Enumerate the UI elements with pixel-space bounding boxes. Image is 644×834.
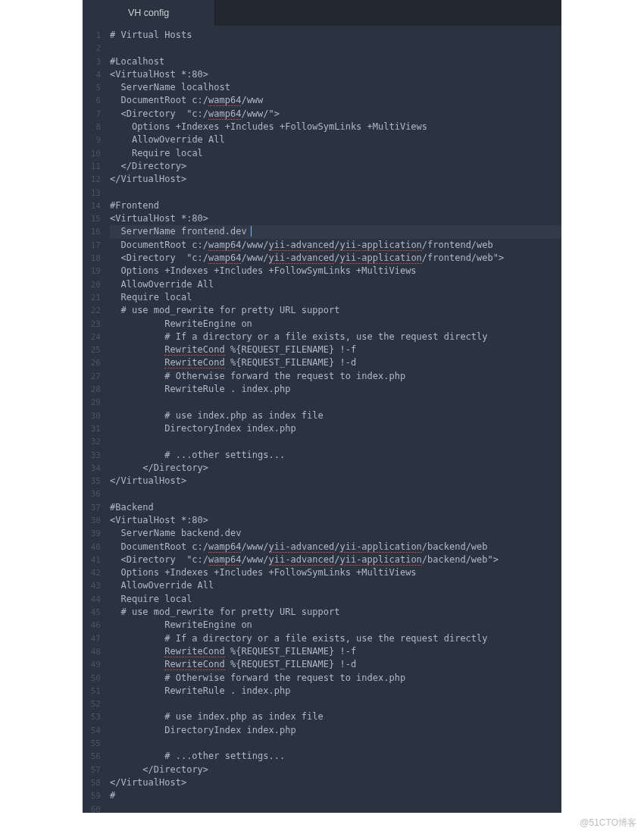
code-line[interactable] bbox=[110, 396, 561, 409]
line-number: 49 bbox=[83, 658, 101, 671]
line-number: 58 bbox=[83, 776, 101, 789]
code-line[interactable]: #Localhost bbox=[110, 55, 561, 68]
code-line[interactable]: ServerName frontend.dev bbox=[110, 225, 561, 238]
code-line[interactable]: Options +Indexes +Includes +FollowSymLin… bbox=[110, 121, 561, 133]
line-number-gutter: 1234567891011121314151617181920212223242… bbox=[83, 26, 105, 813]
code-line[interactable] bbox=[110, 737, 561, 750]
code-line[interactable]: RewriteCond %{REQUEST_FILENAME} !-d bbox=[110, 658, 561, 671]
code-line[interactable]: Require local bbox=[110, 147, 561, 160]
code-line[interactable] bbox=[110, 488, 561, 500]
line-number: 31 bbox=[83, 422, 101, 435]
spellcheck-underline: wamp64 bbox=[208, 240, 241, 250]
code-line[interactable]: <VirtualHost *:80> bbox=[110, 212, 561, 225]
code-line[interactable]: </Directory> bbox=[110, 763, 561, 776]
spellcheck-underline: yii-application bbox=[339, 554, 421, 565]
spellcheck-underline: yii-advanced bbox=[269, 240, 335, 250]
code-line[interactable] bbox=[110, 803, 561, 813]
code-line[interactable]: DocumentRoot c:/wamp64/www/yii-advanced/… bbox=[110, 541, 561, 553]
code-line[interactable]: ServerName backend.dev bbox=[110, 527, 561, 540]
line-number: 17 bbox=[83, 239, 101, 252]
code-line[interactable]: # Otherwise forward the request to index… bbox=[110, 672, 561, 685]
line-number: 27 bbox=[83, 370, 101, 383]
code-line[interactable]: #Frontend bbox=[110, 199, 561, 212]
code-line[interactable]: DirectoryIndex index.php bbox=[110, 422, 561, 435]
code-line[interactable]: RewriteEngine on bbox=[110, 318, 561, 331]
line-number: 18 bbox=[83, 252, 101, 265]
spellcheck-underline: yii-advanced bbox=[269, 554, 335, 565]
code-line[interactable]: RewriteEngine on bbox=[110, 619, 561, 632]
code-line[interactable]: <Directory "c:/wamp64/www/yii-advanced/y… bbox=[110, 252, 561, 265]
code-line[interactable]: Require local bbox=[110, 593, 561, 606]
line-number: 13 bbox=[83, 187, 101, 199]
code-line[interactable]: </Directory> bbox=[110, 160, 561, 173]
code-line[interactable] bbox=[110, 42, 561, 55]
line-number: 35 bbox=[83, 475, 101, 488]
code-line[interactable]: RewriteCond %{REQUEST_FILENAME} !-f bbox=[110, 645, 561, 658]
code-line[interactable]: AllowOverride All bbox=[110, 133, 561, 146]
code-line[interactable]: Options +Indexes +Includes +FollowSymLin… bbox=[110, 265, 561, 277]
code-line[interactable]: RewriteRule . index.php bbox=[110, 685, 561, 698]
code-line[interactable]: <Directory "c:/wamp64/www/yii-advanced/y… bbox=[110, 553, 561, 566]
code-line[interactable]: </VirtualHost> bbox=[110, 173, 561, 186]
code-line[interactable]: AllowOverride All bbox=[110, 278, 561, 291]
code-line[interactable]: ServerName localhost bbox=[110, 81, 561, 94]
code-line[interactable]: <VirtualHost *:80> bbox=[110, 514, 561, 527]
code-line[interactable]: DocumentRoot c:/wamp64/www/yii-advanced/… bbox=[110, 239, 561, 252]
code-line[interactable]: # Otherwise forward the request to index… bbox=[110, 370, 561, 383]
line-number: 55 bbox=[83, 737, 101, 750]
code-line[interactable]: # Virtual Hosts bbox=[110, 29, 561, 42]
line-number: 41 bbox=[83, 553, 101, 566]
line-number: 51 bbox=[83, 685, 101, 698]
code-content[interactable]: # Virtual Hosts#Localhost<VirtualHost *:… bbox=[105, 26, 561, 813]
tab-title: VH config bbox=[128, 8, 169, 18]
line-number: 15 bbox=[83, 212, 101, 225]
code-line[interactable]: #Backend bbox=[110, 501, 561, 514]
line-number: 24 bbox=[83, 331, 101, 343]
line-number: 32 bbox=[83, 435, 101, 448]
code-line[interactable]: RewriteCond %{REQUEST_FILENAME} !-f bbox=[110, 343, 561, 356]
code-line[interactable]: # use index.php as index file bbox=[110, 409, 561, 422]
code-line[interactable]: </VirtualHost> bbox=[110, 776, 561, 789]
line-number: 10 bbox=[83, 147, 101, 160]
tab-bar: VH config bbox=[83, 0, 561, 26]
code-line[interactable]: # ...other settings... bbox=[110, 449, 561, 462]
code-line[interactable]: <Directory "c:/wamp64/www/"> bbox=[110, 108, 561, 121]
spellcheck-underline: yii-advanced bbox=[269, 252, 335, 263]
code-line[interactable]: </VirtualHost> bbox=[110, 475, 561, 488]
code-line[interactable]: RewriteRule . index.php bbox=[110, 383, 561, 396]
line-number: 14 bbox=[83, 199, 101, 212]
line-number: 57 bbox=[83, 763, 101, 776]
code-line[interactable]: DocumentRoot c:/wamp64/www bbox=[110, 94, 561, 107]
tab-vh-config[interactable]: VH config bbox=[83, 0, 215, 26]
line-number: 46 bbox=[83, 619, 101, 632]
line-number: 52 bbox=[83, 698, 101, 710]
line-number: 11 bbox=[83, 160, 101, 173]
code-line[interactable]: <VirtualHost *:80> bbox=[110, 68, 561, 81]
code-line[interactable]: # If a directory or a file exists, use t… bbox=[110, 632, 561, 645]
code-line[interactable]: Require local bbox=[110, 291, 561, 304]
line-number: 40 bbox=[83, 541, 101, 553]
code-line[interactable] bbox=[110, 435, 561, 448]
spellcheck-underline: yii-advanced bbox=[269, 541, 335, 552]
line-number: 22 bbox=[83, 304, 101, 317]
line-number: 9 bbox=[83, 133, 101, 146]
code-line[interactable]: AllowOverride All bbox=[110, 579, 561, 592]
code-line[interactable]: # ...other settings... bbox=[110, 750, 561, 763]
code-line[interactable]: DirectoryIndex index.php bbox=[110, 724, 561, 737]
line-number: 8 bbox=[83, 121, 101, 133]
code-line[interactable]: Options +Indexes +Includes +FollowSymLin… bbox=[110, 566, 561, 579]
line-number: 16 bbox=[83, 225, 101, 238]
code-line[interactable]: # If a directory or a file exists, use t… bbox=[110, 331, 561, 343]
line-number: 21 bbox=[83, 291, 101, 304]
line-number: 5 bbox=[83, 81, 101, 94]
line-number: 45 bbox=[83, 606, 101, 619]
spellcheck-underline: yii-application bbox=[339, 240, 421, 250]
code-line[interactable]: # bbox=[110, 789, 561, 802]
code-line[interactable]: </Directory> bbox=[110, 462, 561, 475]
code-line[interactable]: # use mod_rewrite for pretty URL support bbox=[110, 304, 561, 317]
code-line[interactable]: # use index.php as index file bbox=[110, 710, 561, 723]
code-line[interactable] bbox=[110, 187, 561, 199]
code-line[interactable]: # use mod_rewrite for pretty URL support bbox=[110, 606, 561, 619]
code-line[interactable] bbox=[110, 698, 561, 710]
code-line[interactable]: RewriteCond %{REQUEST_FILENAME} !-d bbox=[110, 356, 561, 369]
